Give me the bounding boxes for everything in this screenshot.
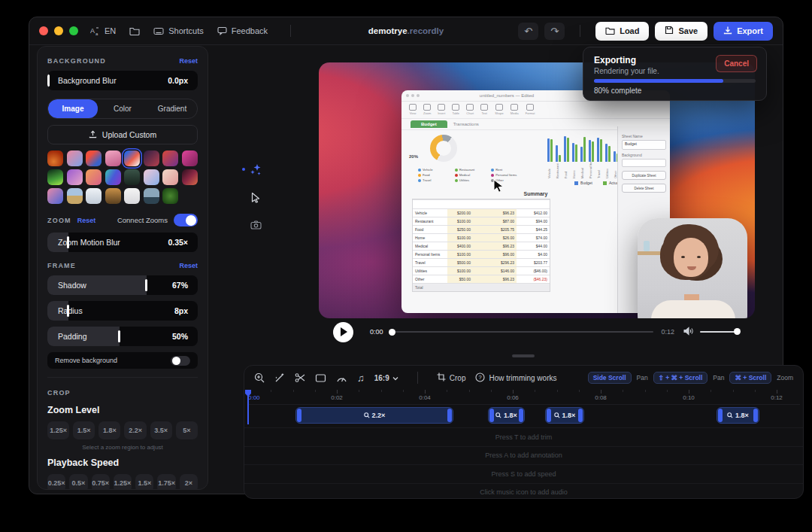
background-thumbnail-rainbow-blue[interactable] <box>105 169 121 185</box>
zoom-level-option-5[interactable]: 5× <box>176 421 198 439</box>
language-button[interactable]: Aa EN <box>90 26 116 36</box>
zoom-in-tool-button[interactable] <box>254 372 265 383</box>
background-thumbnail-dark-mountains[interactable] <box>124 169 140 185</box>
save-button[interactable]: Save <box>655 22 707 41</box>
zoom-motion-blur-slider[interactable]: Zoom Motion Blur 0.35× <box>47 233 198 252</box>
zoom-region-3[interactable]: 1.8× <box>717 407 759 424</box>
zoom-level-option-1[interactable]: 1.5× <box>73 421 95 439</box>
region-handle-left[interactable] <box>547 409 551 422</box>
region-handle-left[interactable] <box>718 409 723 422</box>
zoom-regions-track[interactable]: 2.2× 1.8× 1.8× 1.8× <box>247 406 800 424</box>
speaker-icon[interactable] <box>683 325 694 339</box>
region-handle-right[interactable] <box>578 409 583 422</box>
zoom-reset-link[interactable]: Reset <box>77 217 96 224</box>
webcam-overlay[interactable] <box>638 218 747 318</box>
tab-image[interactable]: Image <box>48 99 98 118</box>
background-thumbnail-red-purple[interactable] <box>162 150 178 166</box>
background-thumbnail-white-gray[interactable] <box>124 188 140 204</box>
load-button[interactable]: Load <box>595 22 649 41</box>
speed-tool-button[interactable] <box>336 373 347 383</box>
music-tool-button[interactable]: ♫ <box>357 372 365 384</box>
background-thumbnail-orange-pink[interactable] <box>86 169 102 185</box>
aspect-ratio-dropdown[interactable]: 16:9 <box>374 374 398 382</box>
speed-option-1[interactable]: 0.5× <box>69 474 87 490</box>
background-thumbnail-purple-pink[interactable] <box>67 169 83 185</box>
shadow-slider[interactable]: Shadow 67% <box>47 275 198 295</box>
remove-background-toggle[interactable] <box>171 356 190 366</box>
volume-slider[interactable] <box>700 331 739 333</box>
background-thumbnail-autumn[interactable] <box>105 188 121 204</box>
padding-slider[interactable]: Padding 50% <box>47 327 198 346</box>
frame-reset-link[interactable]: Reset <box>179 262 198 269</box>
zoom-window-button[interactable] <box>69 26 78 35</box>
slider-handle[interactable] <box>67 305 69 317</box>
region-handle-right[interactable] <box>753 409 758 422</box>
camera-tool[interactable] <box>250 219 262 233</box>
region-handle-right[interactable] <box>519 409 523 422</box>
undo-button[interactable]: ↶ <box>518 23 538 40</box>
background-thumbnail-aurora-green[interactable] <box>47 169 63 185</box>
zoom-region-1[interactable]: 1.8× <box>488 407 525 424</box>
background-thumbnail-red-blue-wave[interactable] <box>86 150 102 166</box>
region-handle-left[interactable] <box>297 409 301 422</box>
speed-option-4[interactable]: 1.5× <box>135 474 153 490</box>
region-handle-left[interactable] <box>489 409 494 422</box>
zoom-level-option-3[interactable]: 2.2× <box>124 421 146 439</box>
shortcuts-button[interactable]: Shortcuts <box>153 26 203 35</box>
background-thumbnail-valley[interactable] <box>67 188 83 204</box>
tab-gradient[interactable]: Gradient <box>147 99 197 118</box>
tab-color[interactable]: Color <box>98 99 147 118</box>
zoom-level-option-0[interactable]: 1.25× <box>47 421 69 439</box>
playhead[interactable] <box>247 390 249 424</box>
help-button[interactable]: ? How trimming works <box>475 372 556 384</box>
export-button[interactable]: Export <box>714 22 773 41</box>
slider-handle[interactable] <box>67 236 69 248</box>
annotation-tool-button[interactable] <box>315 373 326 383</box>
slider-handle[interactable] <box>145 279 147 291</box>
video-preview[interactable]: untitled_numbers — Edited ViewZoomInsert… <box>319 62 755 318</box>
background-thumbnail-pink-wave[interactable] <box>105 150 121 166</box>
zoom-level-option-4[interactable]: 3.5× <box>150 421 172 439</box>
background-reset-link[interactable]: Reset <box>179 57 198 65</box>
background-thumbnail-big-sur-light[interactable] <box>124 150 140 166</box>
background-thumbnail-pink-blue-wave[interactable] <box>47 188 63 204</box>
slider-handle[interactable] <box>118 330 120 342</box>
cursor-tool[interactable] <box>250 192 261 206</box>
background-thumbnail-orange-flower[interactable] <box>47 150 63 166</box>
crop-button[interactable]: Crop <box>437 372 466 383</box>
play-button[interactable] <box>333 322 353 342</box>
projects-button[interactable] <box>129 26 140 35</box>
speed-option-2[interactable]: 0.75× <box>92 474 110 490</box>
speed-option-5[interactable]: 1.75× <box>157 474 175 490</box>
feedback-button[interactable]: Feedback <box>217 26 268 35</box>
ai-effects-tool[interactable] <box>250 163 262 179</box>
redo-button[interactable]: ↷ <box>544 23 565 40</box>
background-thumbnail-magenta[interactable] <box>182 150 198 166</box>
radius-slider[interactable]: Radius 8px <box>47 301 198 321</box>
upload-custom-button[interactable]: Upload Custom <box>47 125 198 144</box>
speed-option-6[interactable]: 2× <box>180 474 198 490</box>
volume-knob[interactable] <box>734 328 741 335</box>
background-blur-slider[interactable]: Background Blur 0.0px <box>47 71 198 90</box>
seek-knob[interactable] <box>389 329 395 336</box>
speed-option-3[interactable]: 1.25× <box>114 474 132 490</box>
close-window-button[interactable] <box>39 26 48 35</box>
background-thumbnail-pink-blue[interactable] <box>67 150 83 166</box>
background-thumbnail-white-plane[interactable] <box>86 188 102 204</box>
background-thumbnail-lake[interactable] <box>144 188 159 204</box>
timeline-ruler[interactable]: 0:000:020:040:060:080:100:12 <box>247 390 800 405</box>
export-cancel-button[interactable]: Cancel <box>716 55 757 72</box>
seek-bar[interactable] <box>389 331 654 333</box>
minimize-window-button[interactable] <box>54 26 63 35</box>
background-thumbnail-pink-marble[interactable] <box>144 169 159 185</box>
zoom-region-0[interactable]: 2.2× <box>295 407 453 424</box>
speed-option-0[interactable]: 0.25× <box>47 474 65 490</box>
trim-wand-tool-button[interactable] <box>274 372 285 383</box>
panel-resize-handle[interactable] <box>512 354 535 357</box>
background-thumbnail-dark-red-swirl[interactable] <box>182 169 198 185</box>
zoom-level-option-2[interactable]: 1.8× <box>98 421 120 439</box>
slider-handle[interactable] <box>47 74 50 87</box>
cut-tool-button[interactable] <box>295 372 305 383</box>
background-thumbnail-dark-purple-red[interactable] <box>144 150 159 166</box>
region-handle-right[interactable] <box>447 409 452 422</box>
